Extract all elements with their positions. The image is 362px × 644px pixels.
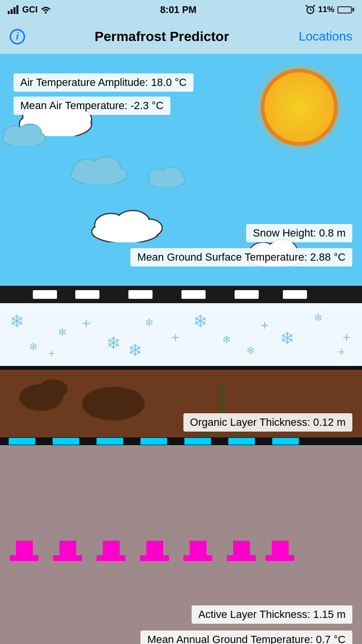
organic-layer-bg: Organic Layer Thickness: 0.12 m xyxy=(0,370,362,437)
battery-percent: 11% xyxy=(318,5,334,14)
status-time: 8:01 PM xyxy=(160,4,197,15)
mean-ground-surface-label: Mean Ground Surface Temperature: 2.88 °C xyxy=(130,248,352,266)
nav-bar: i Permafrost Predictor Locations xyxy=(0,19,362,54)
ground-separator xyxy=(0,437,362,445)
ground-top-strip xyxy=(0,366,362,370)
sun-graphic xyxy=(261,69,338,146)
info-icon[interactable]: i xyxy=(10,29,25,44)
wifi-icon xyxy=(41,5,51,14)
organic-layer-section: Organic Layer Thickness: 0.12 m xyxy=(0,370,362,445)
air-temp-amplitude-label: Air Temperature Amplitude: 18.0 °C xyxy=(14,73,194,92)
snowflake-7: ❄ xyxy=(280,330,294,347)
mean-air-temperature-label: Mean Air Temperature: -2.3 °C xyxy=(14,97,170,115)
signal-icon xyxy=(8,5,19,14)
separator-tick-5 xyxy=(184,438,211,445)
snow-section: ❄ ❄ + ❄ ❄ + ❄ ❄ + ❄ ❄ + ❄ + ❄ ❄ + xyxy=(0,303,362,366)
status-left: GCI xyxy=(8,5,51,15)
active-layer-thickness-label: Active Layer Thickness: 1.15 m xyxy=(192,605,352,624)
snowflake-8: ❄ xyxy=(314,313,322,323)
separator-tick-4 xyxy=(140,438,167,445)
svg-point-26 xyxy=(93,158,120,177)
snowflake-plus-3: + xyxy=(261,318,268,333)
svg-point-46 xyxy=(162,168,181,182)
separator-tick-3 xyxy=(97,438,123,445)
app-title: Permafrost Predictor xyxy=(95,29,229,44)
svg-rect-1 xyxy=(11,9,13,14)
separator-tick-7 xyxy=(272,438,299,445)
svg-point-20 xyxy=(19,125,41,140)
snowflake-plus-6: + xyxy=(338,344,345,359)
snowflake-11: ❄ xyxy=(246,346,255,356)
locations-button[interactable]: Locations xyxy=(299,29,352,44)
snowflake-9: ❄ xyxy=(29,342,38,352)
magenta-bolts-row xyxy=(0,532,362,561)
soil-blob-3 xyxy=(39,379,68,399)
separator-tick-1 xyxy=(9,438,35,445)
snowflake-4: ❄ xyxy=(145,318,153,328)
status-right: 11% xyxy=(306,5,354,14)
status-bar: GCI 8:01 PM 11% xyxy=(0,0,362,19)
permafrost-layer-bg: Active Layer Thickness: 1.15 m Mean Annu… xyxy=(0,445,362,644)
main-scene: Air Temperature Amplitude: 18.0 °C Mean … xyxy=(0,54,362,644)
cloud-2 xyxy=(0,117,48,146)
snowflake-plus-2: + xyxy=(171,330,179,345)
separator-tick-2 xyxy=(53,438,79,445)
road-strip xyxy=(0,286,362,303)
snowflake-5: ❄ xyxy=(193,313,208,330)
alarm-icon xyxy=(306,5,315,14)
cloud-6 xyxy=(145,160,188,187)
organic-layer-thickness-label: Organic Layer Thickness: 0.12 m xyxy=(183,413,352,432)
sky-section: Air Temperature Amplitude: 18.0 °C Mean … xyxy=(0,54,362,303)
svg-point-34 xyxy=(138,220,161,236)
svg-rect-0 xyxy=(8,11,10,14)
cloud-3 xyxy=(68,151,130,184)
snowflake-3: ❄ xyxy=(106,335,121,352)
svg-rect-2 xyxy=(14,7,15,14)
snowflake-2: ❄ xyxy=(58,327,67,338)
snowflake-1: ❄ xyxy=(10,313,24,330)
snowflake-plus-4: + xyxy=(343,330,350,345)
separator-tick-6 xyxy=(228,438,255,445)
svg-rect-3 xyxy=(16,5,18,14)
snowflake-plus-1: + xyxy=(82,315,91,332)
cloud-4 xyxy=(87,204,164,242)
carrier-label: GCI xyxy=(22,5,38,15)
mean-annual-ground-temp-label: Mean Annual Ground Temperature: 0.7 °C xyxy=(140,630,352,644)
snow-height-label: Snow Height: 0.8 m xyxy=(246,224,352,242)
snowflake-10: ❄ xyxy=(128,342,142,359)
sky-background: Air Temperature Amplitude: 18.0 °C Mean … xyxy=(0,54,362,286)
snowflake-6: ❄ xyxy=(222,335,231,345)
permafrost-layer-section: Active Layer Thickness: 1.15 m Mean Annu… xyxy=(0,445,362,644)
soil-blob-2 xyxy=(82,387,145,420)
battery-icon xyxy=(337,6,354,14)
snowflake-plus-5: + xyxy=(48,347,55,360)
